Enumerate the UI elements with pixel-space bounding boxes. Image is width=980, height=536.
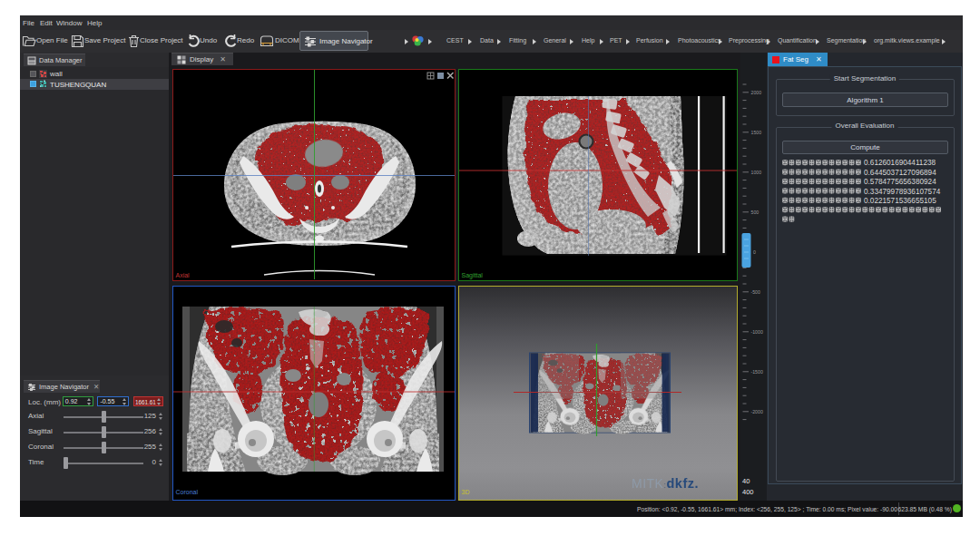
svg-text::: : <box>857 169 858 177</box>
svg-text:40: 40 <box>742 477 750 485</box>
svg-text::: : <box>857 197 858 205</box>
svg-text:0.6126016904411238: 0.6126016904411238 <box>864 159 936 167</box>
svg-text:MITK:dkfz.: MITK:dkfz. <box>632 476 699 491</box>
svg-text:2000: 2000 <box>751 90 762 95</box>
svg-text:500: 500 <box>751 210 760 215</box>
svg-text:1500: 1500 <box>751 130 762 135</box>
svg-text:-1000: -1000 <box>751 329 763 335</box>
svg-text:-2000: -2000 <box>751 409 763 414</box>
svg-text:0.5784775656380924: 0.5784775656380924 <box>864 178 936 186</box>
svg-text:0: 0 <box>753 249 756 255</box>
svg-text:0.6445037127096894: 0.6445037127096894 <box>864 169 936 177</box>
svg-text:400: 400 <box>742 488 754 496</box>
svg-text::: : <box>857 178 858 186</box>
svg-text:0.0221571536655105: 0.0221571536655105 <box>864 197 936 205</box>
svg-text::: : <box>857 159 858 167</box>
svg-text:1000: 1000 <box>751 170 762 175</box>
svg-text:-1500: -1500 <box>751 369 763 375</box>
svg-text:-500: -500 <box>751 289 760 295</box>
svg-text::: : <box>857 187 858 195</box>
svg-text:0.33479978936107574: 0.33479978936107574 <box>864 188 941 196</box>
